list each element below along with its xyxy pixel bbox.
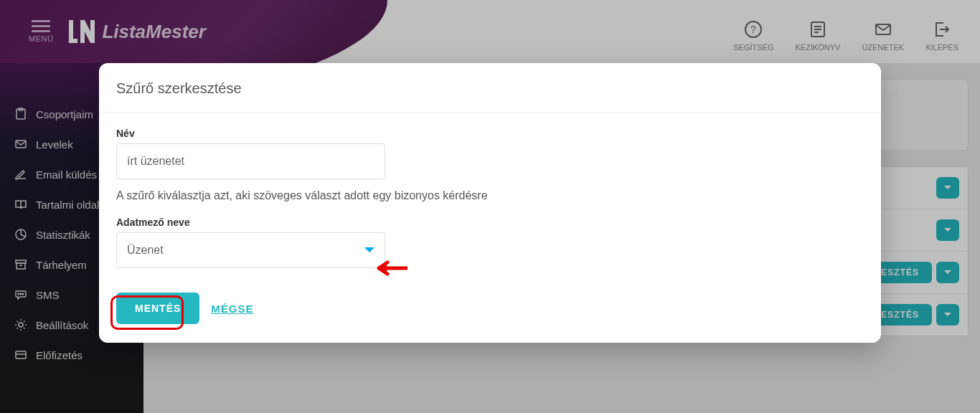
name-label: Név	[116, 128, 864, 139]
name-input[interactable]	[116, 143, 385, 179]
modal-body: Név A szűrő kiválasztja azt, aki szövege…	[99, 113, 881, 293]
datafield-select[interactable]: Üzenet	[116, 232, 385, 268]
datafield-label: Adatmező neve	[116, 217, 864, 228]
filter-description: A szűrő kiválasztja azt, aki szöveges vá…	[116, 189, 864, 202]
datafield-value: Üzenet	[127, 244, 164, 257]
cancel-button[interactable]: MÉGSE	[211, 303, 253, 315]
modal-filter-edit: Szűrő szerkesztése Név A szűrő kiválaszt…	[99, 63, 881, 343]
save-button[interactable]: MENTÉS	[116, 293, 199, 324]
modal-footer: MENTÉS MÉGSE	[99, 293, 881, 343]
modal-title: Szűrő szerkesztése	[99, 63, 881, 113]
